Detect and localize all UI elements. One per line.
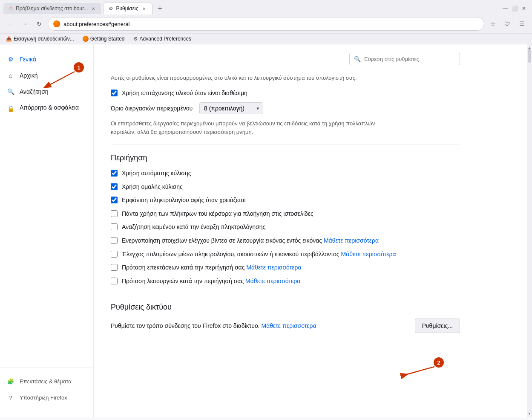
firefox-logo-icon bbox=[53, 20, 60, 27]
cursor-keys-checkbox[interactable] bbox=[111, 210, 118, 217]
suggest-features-checkbox[interactable] bbox=[111, 278, 118, 284]
home-icon: ⌂ bbox=[7, 72, 14, 79]
touch-keyboard-row: Εμφάνιση πληκτρολογίου αφής όταν χρειάζε… bbox=[111, 196, 460, 205]
hardware-accel-row: Χρήση επιτάχυνσης υλικού όταν είναι διαθ… bbox=[111, 89, 460, 98]
import-icon: 📥 bbox=[6, 36, 12, 42]
content-processes-label: Όριο διεργασιών περιεχομένου bbox=[111, 105, 193, 112]
search-icon: 🔍 bbox=[7, 88, 14, 96]
cursor-keys-label: Πάντα χρήση των πλήκτρων του κέρσορα για… bbox=[122, 210, 313, 218]
find-text-row: Αναζήτηση κειμένου κατά την έναρξη πληκτ… bbox=[111, 223, 460, 232]
tab-close-settings[interactable]: ✕ bbox=[141, 6, 147, 12]
suggest-extensions-checkbox[interactable] bbox=[111, 264, 118, 271]
gear-icon: ⚙ bbox=[7, 55, 14, 63]
sidebar-item-home[interactable]: ⌂ Αρχική bbox=[0, 67, 93, 84]
search-input[interactable] bbox=[364, 56, 455, 62]
auto-scroll-label: Χρήση αυτόματης κύλισης bbox=[122, 169, 191, 178]
scrollbar[interactable]: ▼ ▲ bbox=[527, 44, 532, 417]
hardware-accel-label: Χρήση επιτάχυνσης υλικού όταν είναι διαθ… bbox=[122, 89, 247, 98]
divider-1 bbox=[111, 145, 460, 145]
scrollbar-thumb[interactable] bbox=[528, 48, 531, 63]
bookmark-star-icon[interactable]: ☆ bbox=[487, 18, 499, 30]
sidebar-nav: ⚙ Γενικά ⌂ Αρχική 🔍 Αναζήτηση 🔒 Απόρρητο… bbox=[0, 51, 93, 368]
auto-scroll-checkbox[interactable] bbox=[111, 170, 118, 177]
bookmark-getting-started-label: Getting Started bbox=[90, 36, 125, 42]
minimize-button[interactable]: — bbox=[502, 6, 508, 12]
sidebar-extensions-label: Επεκτάσεις & θέματα bbox=[20, 378, 72, 385]
smooth-scroll-checkbox[interactable] bbox=[111, 183, 118, 190]
tab-close-problem[interactable]: ✕ bbox=[90, 6, 96, 12]
tab-warning-icon: ⚠ bbox=[9, 6, 13, 12]
sidebar-home-label: Αρχική bbox=[20, 72, 38, 79]
media-keyboard-checkbox[interactable] bbox=[111, 251, 118, 258]
sidebar-item-extensions[interactable]: 🧩 Επεκτάσεις & θέματα bbox=[0, 373, 93, 389]
bookmark-import-label: Εισαγωγή σελιδοδεικτών... bbox=[14, 36, 74, 42]
sidebar-item-support[interactable]: ? Υποστήριξη Firefox bbox=[0, 389, 93, 406]
tab-settings-label: Ρυθμίσεις bbox=[116, 6, 138, 12]
pip-row: Ενεργοποίηση στοιχείων ελέγχου βίντεο σε… bbox=[111, 237, 460, 245]
cursor-keys-row: Πάντα χρήση των πλήκτρων του κέρσορα για… bbox=[111, 210, 460, 218]
menu-icon[interactable]: ☰ bbox=[516, 18, 528, 30]
suggest-features-row: Πρόταση λειτουργιών κατά την περιήγησή σ… bbox=[111, 277, 460, 286]
address-bar[interactable]: about:preferences#general bbox=[48, 17, 484, 31]
maximize-button[interactable]: ⬜ bbox=[512, 6, 518, 12]
auto-scroll-row: Χρήση αυτόματης κύλισης bbox=[111, 169, 460, 178]
divider-2 bbox=[111, 294, 460, 294]
top-note: Αυτές οι ρυθμίσεις είναι προσαρμοσμένες … bbox=[111, 74, 460, 82]
help-icon: ? bbox=[7, 394, 14, 401]
close-window-button[interactable]: ✕ bbox=[521, 6, 527, 12]
sidebar-search-label: Αναζήτηση bbox=[20, 88, 49, 95]
search-box[interactable]: 🔍 bbox=[349, 53, 460, 65]
sidebar-item-privacy[interactable]: 🔒 Απόρρητο & ασφάλεια bbox=[0, 100, 93, 117]
hardware-accel-checkbox[interactable] bbox=[111, 90, 118, 96]
bookmark-getting-started[interactable]: Getting Started bbox=[81, 35, 127, 43]
find-text-checkbox[interactable] bbox=[111, 223, 118, 230]
network-settings-button[interactable]: Ρυθμίσεις... bbox=[415, 319, 460, 333]
main-layout: ⚙ Γενικά ⌂ Αρχική 🔍 Αναζήτηση 🔒 Απόρρητο… bbox=[0, 44, 532, 417]
suggest-extensions-row: Πρόταση επεκτάσεων κατά την περιήγησή σα… bbox=[111, 264, 460, 272]
content-processes-select[interactable]: 8 (προεπιλογή) bbox=[199, 102, 263, 114]
tab-settings[interactable]: ⚙ Ρυθμίσεις ✕ bbox=[103, 3, 152, 14]
scroll-up-arrow[interactable]: ▲ bbox=[528, 46, 531, 50]
media-keyboard-row: Έλεγχος πολυμέσων μέσω πληκτρολογίου, ακ… bbox=[111, 250, 460, 259]
address-text: about:preferences#general bbox=[63, 21, 479, 27]
bookmark-advanced-prefs[interactable]: ⚙ Advanced Preferences bbox=[132, 35, 193, 43]
bookmark-advanced-label: Advanced Preferences bbox=[140, 36, 191, 42]
new-tab-button[interactable]: + bbox=[154, 3, 166, 14]
scroll-down-arrow[interactable]: ▼ bbox=[528, 412, 531, 416]
reload-button[interactable]: ↻ bbox=[33, 18, 45, 30]
shield-icon[interactable]: 🛡 bbox=[501, 18, 513, 30]
suggest-features-label: Πρόταση λειτουργιών κατά την περιήγησή σ… bbox=[122, 277, 300, 286]
pip-label: Ενεργοποίηση στοιχείων ελέγχου βίντεο σε… bbox=[122, 237, 379, 245]
pip-learn-more-link[interactable]: Μάθετε περισσότερα bbox=[324, 237, 379, 244]
touch-keyboard-label: Εμφάνιση πληκτρολογίου αφής όταν χρειάζε… bbox=[122, 196, 246, 205]
content: 🔍 Αυτές οι ρυθμίσεις είναι προσαρμοσμένε… bbox=[94, 44, 477, 342]
lock-icon: 🔒 bbox=[7, 105, 14, 113]
suggest-extensions-learn-more-link[interactable]: Μάθετε περισσότερα bbox=[246, 264, 301, 271]
firefox-bookmark-icon bbox=[83, 36, 89, 42]
pip-checkbox[interactable] bbox=[111, 237, 118, 244]
suggest-extensions-label: Πρόταση επεκτάσεων κατά την περιήγησή σα… bbox=[122, 264, 301, 272]
network-row: Ρυθμίστε τον τρόπο σύνδεσης του Firefox … bbox=[111, 319, 460, 333]
media-keyboard-learn-more-link[interactable]: Μάθετε περισσότερα bbox=[341, 251, 396, 258]
forward-button[interactable]: → bbox=[19, 18, 31, 30]
search-wrapper: 🔍 bbox=[111, 53, 460, 65]
sidebar-privacy-label: Απόρρητο & ασφάλεια bbox=[20, 104, 79, 111]
sidebar-item-search[interactable]: 🔍 Αναζήτηση bbox=[0, 84, 93, 100]
search-box-icon: 🔍 bbox=[354, 56, 361, 62]
content-processes-note: Οι επιπρόσθετες διεργασίες περιεχομένου … bbox=[111, 119, 388, 136]
smooth-scroll-label: Χρήση ομαλής κύλισης bbox=[122, 183, 183, 191]
back-button[interactable]: ← bbox=[4, 18, 16, 30]
sidebar-item-general[interactable]: ⚙ Γενικά bbox=[0, 51, 93, 67]
sidebar-bottom: 🧩 Επεκτάσεις & θέματα ? Υποστήριξη Firef… bbox=[0, 368, 93, 411]
bookmark-import[interactable]: 📥 Εισαγωγή σελιδοδεικτών... bbox=[4, 35, 76, 43]
smooth-scroll-row: Χρήση ομαλής κύλισης bbox=[111, 183, 460, 191]
media-keyboard-label: Έλεγχος πολυμέσων μέσω πληκτρολογίου, ακ… bbox=[122, 250, 396, 259]
sidebar: ⚙ Γενικά ⌂ Αρχική 🔍 Αναζήτηση 🔒 Απόρρητο… bbox=[0, 44, 94, 417]
content-scroll[interactable]: 🔍 Αυτές οι ρυθμίσεις είναι προσαρμοσμένε… bbox=[94, 44, 527, 417]
network-learn-more-link[interactable]: Μάθετε περισσότερα bbox=[262, 322, 316, 329]
content-processes-dropdown-wrapper: 8 (προεπιλογή) ▼ bbox=[199, 102, 263, 114]
suggest-features-learn-more-link[interactable]: Μάθετε περισσότερα bbox=[245, 278, 300, 284]
sidebar-general-label: Γενικά bbox=[20, 56, 36, 63]
touch-keyboard-checkbox[interactable] bbox=[111, 197, 118, 203]
tab-problem[interactable]: ⚠ Πρόβλημα σύνδεσης στο bour... ✕ bbox=[3, 3, 101, 14]
